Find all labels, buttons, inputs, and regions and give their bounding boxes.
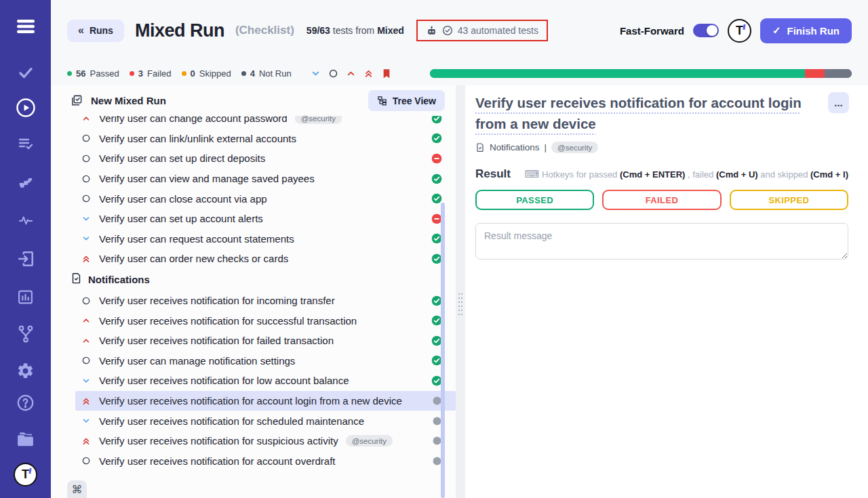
priority-highest-icon bbox=[80, 254, 92, 264]
test-row[interactable]: Verify user receives notification for ac… bbox=[75, 391, 456, 411]
fast-forward-toggle[interactable] bbox=[693, 24, 719, 37]
sidebar: T bbox=[0, 0, 51, 498]
play-circle-icon[interactable] bbox=[14, 98, 37, 118]
tag-badge: @security bbox=[551, 142, 598, 153]
test-row[interactable]: Verify user receives notification for su… bbox=[75, 431, 456, 451]
priority-low-filter-icon[interactable] bbox=[311, 68, 321, 79]
test-row[interactable]: Verify user can request account statemen… bbox=[75, 229, 456, 249]
test-row[interactable]: Verify user receives notification for su… bbox=[75, 310, 456, 331]
tag-badge: @security bbox=[295, 116, 342, 124]
status-passed-icon bbox=[431, 173, 442, 184]
steps-icon[interactable] bbox=[14, 171, 37, 192]
passed-button[interactable]: PASSED bbox=[475, 190, 594, 210]
suite-name: Notifications bbox=[490, 142, 540, 152]
passed-count: 56Passed bbox=[67, 68, 119, 79]
test-row[interactable]: Verify user receives notification for ac… bbox=[75, 451, 456, 472]
priority-normal-icon bbox=[80, 356, 92, 365]
run-progress-bar bbox=[430, 69, 852, 78]
page-subtitle: (Checklist) bbox=[235, 24, 294, 37]
priority-normal-icon bbox=[80, 456, 92, 465]
test-row[interactable]: Verify user can set up account alerts bbox=[75, 209, 456, 229]
progress-segment-not_run bbox=[825, 69, 852, 78]
test-row[interactable]: Verify user receives notification for lo… bbox=[75, 371, 456, 391]
run-header: « Runs Mixed Run (Checklist) 59/63 tests… bbox=[51, 0, 868, 61]
notrun-count: 4Not Run bbox=[241, 68, 292, 79]
panel-resize-divider[interactable] bbox=[456, 85, 465, 498]
priority-normal-filter-icon[interactable] bbox=[328, 68, 338, 79]
priority-low-icon bbox=[80, 234, 92, 243]
import-icon[interactable] bbox=[14, 249, 37, 269]
test-row[interactable]: Verify user can change account password@… bbox=[75, 116, 456, 129]
tree-structure-icon bbox=[377, 96, 387, 106]
menu-icon[interactable] bbox=[14, 16, 37, 37]
priority-low-icon bbox=[80, 376, 92, 386]
finish-run-button[interactable]: ✓ Finish Run bbox=[760, 18, 852, 43]
back-to-runs-label: Runs bbox=[90, 25, 113, 36]
header-logo[interactable]: T bbox=[728, 19, 751, 43]
test-row[interactable]: Verify user can view and manage saved pa… bbox=[75, 169, 456, 189]
more-options-button[interactable]: ... bbox=[828, 92, 849, 113]
test-row[interactable]: Verify user receives notification for fa… bbox=[75, 331, 456, 351]
keyboard-icon: ⌨ bbox=[524, 168, 539, 180]
help-icon[interactable] bbox=[14, 392, 37, 413]
tag-badge: @security bbox=[346, 435, 393, 447]
test-meta: Notifications | @security bbox=[475, 142, 848, 153]
result-heading: Result bbox=[475, 167, 511, 181]
drag-grip bbox=[458, 292, 463, 318]
priority-normal-icon bbox=[80, 296, 92, 306]
test-row[interactable]: Verify user can manage notification sett… bbox=[75, 351, 456, 371]
status-failed-icon bbox=[431, 153, 442, 164]
priority-high-icon bbox=[80, 336, 92, 346]
meta-separator: | bbox=[545, 142, 547, 152]
command-palette-button[interactable]: ⌘ bbox=[67, 480, 87, 498]
priority-highest-filter-icon[interactable] bbox=[363, 68, 374, 79]
hotkeys-hint: ⌨Hotkeys for passed (Cmd + ENTER) , fail… bbox=[524, 168, 848, 180]
priority-normal-icon bbox=[80, 194, 92, 203]
result-message-input[interactable] bbox=[475, 223, 848, 260]
progress-segment-passed bbox=[430, 69, 805, 78]
testomat-logo[interactable]: T bbox=[14, 461, 37, 487]
status-passed-icon bbox=[431, 116, 442, 124]
priority-high-filter-icon[interactable] bbox=[346, 68, 356, 79]
suite-section-row[interactable]: Notifications bbox=[51, 269, 456, 291]
double-chevron-left-icon: « bbox=[78, 24, 84, 37]
projects-folder-icon[interactable] bbox=[14, 429, 37, 449]
test-row[interactable]: Verify user receives notification for sc… bbox=[75, 411, 456, 431]
report-chart-icon[interactable] bbox=[14, 287, 37, 307]
tree-view-button[interactable]: Tree View bbox=[368, 90, 445, 111]
test-detail-panel: Verify user receives notification for ac… bbox=[465, 85, 868, 498]
check-icon[interactable] bbox=[14, 62, 37, 83]
priority-normal-icon bbox=[80, 154, 92, 163]
priority-normal-icon bbox=[80, 174, 92, 184]
pulse-icon[interactable] bbox=[14, 210, 37, 230]
priority-highest-icon bbox=[80, 396, 92, 406]
skipped-button[interactable]: SKIPPED bbox=[730, 190, 848, 210]
test-row[interactable]: Verify user can link/unlink external acc… bbox=[75, 129, 456, 149]
test-row[interactable]: Verify user can set up direct deposits bbox=[75, 148, 456, 169]
status-passed-icon bbox=[431, 193, 442, 204]
branch-icon[interactable] bbox=[14, 324, 37, 344]
test-list-panel: New Mixed Run Tree View Verify user can … bbox=[51, 85, 456, 498]
progress-segment-failed bbox=[805, 69, 825, 78]
test-row[interactable]: Verify user can order new checks or card… bbox=[75, 249, 456, 269]
status-passed-icon bbox=[431, 133, 442, 144]
back-to-runs-button[interactable]: « Runs bbox=[67, 20, 124, 42]
fast-forward-label: Fast-Forward bbox=[620, 25, 684, 37]
list-scrollbar[interactable] bbox=[441, 203, 445, 498]
test-row[interactable]: Verify user receives notification for in… bbox=[75, 291, 456, 311]
failed-button[interactable]: FAILED bbox=[602, 190, 721, 210]
gear-icon[interactable] bbox=[14, 360, 37, 381]
run-list-title: New Mixed Run bbox=[91, 95, 166, 106]
automated-tests-badge: 43 automated tests bbox=[416, 20, 548, 41]
priority-high-icon bbox=[80, 116, 92, 123]
skipped-count: 0Skipped bbox=[182, 68, 231, 79]
page-title: Mixed Run bbox=[135, 20, 224, 41]
checklist-icon[interactable] bbox=[14, 133, 37, 154]
priority-low-icon bbox=[80, 214, 92, 224]
circle-check-icon bbox=[442, 25, 453, 36]
priority-low-icon bbox=[80, 416, 92, 426]
test-row[interactable]: Verify user can close account via app bbox=[75, 188, 456, 209]
bookmark-filter-icon[interactable] bbox=[381, 68, 392, 79]
suite-document-icon bbox=[71, 272, 82, 287]
priority-normal-icon bbox=[80, 133, 92, 143]
